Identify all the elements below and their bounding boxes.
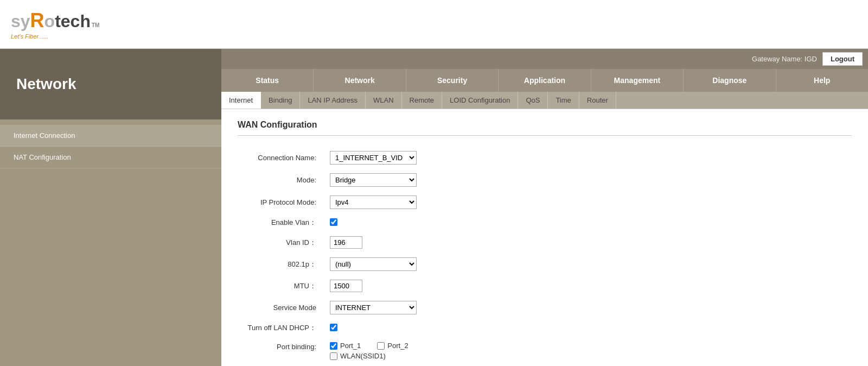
logo-r: R: [30, 9, 44, 32]
ip-protocol-select[interactable]: Ipv4: [330, 195, 417, 209]
tab-security[interactable]: Security: [406, 69, 499, 92]
wlan-label: WLAN(SSID1): [340, 352, 386, 360]
enable-vlan-row: Enable Vlan：: [238, 213, 422, 232]
logo-tm: TM: [92, 22, 99, 28]
main-tabs: Status Network Security Application Mana…: [221, 69, 868, 92]
wlan-checkbox[interactable]: [330, 352, 337, 360]
top-nav-bar: Gateway Name: IGD Logout: [221, 49, 868, 69]
port-binding-row: Port binding: Port_1: [238, 337, 422, 364]
sub-tab-loid[interactable]: LOID Configuration: [442, 92, 518, 109]
connection-name-row: Connection Name: 1_INTERNET_B_VID: [238, 147, 422, 169]
service-mode-row: Service Mode INTERNET: [238, 296, 422, 319]
port1-label: Port_1: [340, 342, 361, 350]
turn-off-dhcp-row: Turn off LAN DHCP：: [238, 319, 422, 337]
logo-tech: tech: [55, 11, 91, 31]
sidebar-item-nat-configuration[interactable]: NAT Configuration: [0, 147, 221, 168]
sub-tab-qos[interactable]: QoS: [518, 92, 548, 109]
connection-name-select[interactable]: 1_INTERNET_B_VID: [330, 151, 417, 165]
sub-tab-remote[interactable]: Remote: [402, 92, 443, 109]
turn-off-dhcp-label: Turn off LAN DHCP：: [238, 319, 324, 337]
connection-name-label: Connection Name:: [238, 147, 324, 169]
logo: syRotechTM Let's Fiber .....: [11, 9, 99, 40]
logo-sy: sy: [11, 11, 30, 31]
mtu-row: MTU：: [238, 275, 422, 296]
turn-off-dhcp-checkbox[interactable]: [330, 324, 337, 331]
port-binding-label: Port binding:: [238, 337, 324, 364]
port1-item: Port_1: [330, 342, 361, 350]
sidebar-item-internet-connection[interactable]: Internet Connection: [0, 125, 221, 147]
content-area: Gateway Name: IGD Logout Status Network …: [221, 49, 868, 366]
sub-tab-time[interactable]: Time: [548, 92, 579, 109]
sub-tab-lan-ip[interactable]: LAN IP Address: [300, 92, 366, 109]
logout-button[interactable]: Logout: [822, 52, 863, 66]
gateway-name: Gateway Name: IGD: [752, 55, 817, 63]
tab-help[interactable]: Help: [776, 69, 868, 92]
wan-config-form: Connection Name: 1_INTERNET_B_VID Mode: …: [238, 147, 422, 364]
service-mode-label: Service Mode: [238, 296, 324, 319]
page-content: WAN Configuration Connection Name: 1_INT…: [221, 109, 868, 366]
vlan-id-row: Vlan ID：: [238, 232, 422, 253]
page-title: WAN Configuration: [238, 120, 852, 130]
sidebar-nav: Internet Connection NAT Configuration: [0, 119, 221, 174]
sub-tab-binding[interactable]: Binding: [261, 92, 300, 109]
mode-label: Mode:: [238, 169, 324, 191]
sub-tabs: Internet Binding LAN IP Address WLAN Rem…: [221, 92, 868, 109]
tab-diagnose[interactable]: Diagnose: [684, 69, 776, 92]
logo-tagline: Let's Fiber .....: [11, 33, 48, 40]
sidebar: Network Internet Connection NAT Configur…: [0, 49, 221, 366]
ip-protocol-row: IP Protocol Mode: Ipv4: [238, 191, 422, 213]
ip-protocol-label: IP Protocol Mode:: [238, 191, 324, 213]
tab-status[interactable]: Status: [221, 69, 314, 92]
mtu-input[interactable]: [330, 280, 362, 292]
tab-application[interactable]: Application: [499, 69, 591, 92]
enable-vlan-checkbox[interactable]: [330, 218, 337, 226]
tab-network[interactable]: Network: [314, 69, 406, 92]
port-binding-container: Port_1 Port_2 WLAN(SSID1): [330, 342, 417, 360]
sub-tab-internet[interactable]: Internet: [221, 92, 261, 109]
sidebar-title: Network: [0, 49, 221, 119]
dot1p-row: 802.1p： (null): [238, 253, 422, 275]
mode-row: Mode: Bridge: [238, 169, 422, 191]
vlan-id-input[interactable]: [330, 236, 362, 249]
mtu-label: MTU：: [238, 275, 324, 296]
port-binding-items: Port_1 Port_2: [330, 342, 417, 350]
enable-vlan-label: Enable Vlan：: [238, 213, 324, 232]
sub-tab-wlan[interactable]: WLAN: [366, 92, 402, 109]
dot1p-label: 802.1p：: [238, 253, 324, 275]
divider: [238, 135, 852, 136]
tab-management[interactable]: Management: [591, 69, 684, 92]
main-layout: Network Internet Connection NAT Configur…: [0, 49, 868, 366]
logo-brand: syRotechTM: [11, 9, 99, 32]
port2-checkbox[interactable]: [377, 342, 385, 350]
service-mode-select[interactable]: INTERNET: [330, 301, 417, 314]
port2-item: Port_2: [377, 342, 408, 350]
port2-label: Port_2: [387, 342, 408, 350]
wlan-item: WLAN(SSID1): [330, 352, 417, 360]
mode-select[interactable]: Bridge: [330, 173, 417, 187]
sub-tab-router[interactable]: Router: [579, 92, 616, 109]
port1-checkbox[interactable]: [330, 342, 337, 350]
logo-o: o: [44, 11, 55, 31]
dot1p-select[interactable]: (null): [330, 257, 417, 271]
header: syRotechTM Let's Fiber .....: [0, 0, 868, 49]
vlan-id-label: Vlan ID：: [238, 232, 324, 253]
